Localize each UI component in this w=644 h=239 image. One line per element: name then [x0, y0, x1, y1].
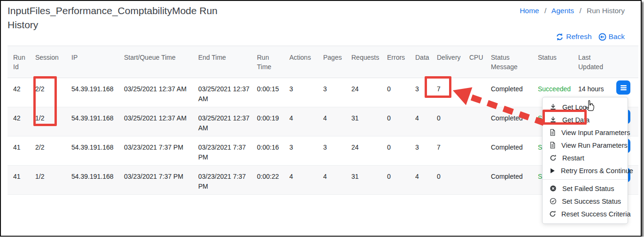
menu-item-get-data[interactable]: Get Data — [543, 113, 628, 126]
row-actions-menu-button[interactable] — [616, 80, 630, 95]
cell-cpu — [464, 107, 485, 136]
cell-actions: 4 — [284, 107, 318, 136]
col-end-time: End Time — [193, 46, 251, 78]
menu-item-retry-errors-continue[interactable]: Retry Errors & Continue — [543, 164, 628, 177]
refresh-icon — [556, 33, 564, 41]
cell-delivery: 0 — [431, 107, 464, 136]
col-start-queue-time: Start/Queue Time — [118, 46, 193, 78]
col-requests: Requests — [346, 46, 381, 78]
cell-run-id: 41 — [8, 136, 30, 166]
cell-status-message: Completed — [485, 78, 532, 107]
cell-start: 03/23/2021 7:37 PM — [118, 166, 193, 195]
back-arrow-icon — [598, 33, 606, 41]
menu-item-set-success-status[interactable]: Set Success Status — [543, 195, 628, 207]
cell-end: 03/23/2021 7:37 PM — [193, 166, 251, 195]
circle-check-icon — [549, 198, 557, 205]
cell-errors: 0 — [381, 78, 410, 107]
back-label: Back — [609, 32, 625, 41]
reset-icon — [549, 210, 556, 217]
cell-start: 03/25/2021 12:37 AM — [118, 78, 193, 107]
cell-actions: 4 — [284, 166, 318, 195]
toolbar: Refresh Back — [556, 32, 625, 41]
cell-errors: 0 — [381, 166, 410, 195]
cell-delivery: 0 — [431, 166, 464, 195]
cell-status-message: Completed — [485, 107, 532, 136]
col-data: Data — [410, 46, 431, 78]
breadcrumb-agents[interactable]: Agents — [551, 7, 574, 15]
document-icon — [549, 142, 556, 149]
cell-run-time: 0:00:22 — [251, 166, 284, 195]
app-window: InputFiles_Performance_ComptabilityMode … — [0, 0, 642, 237]
menu-item-label: Set Success Status — [562, 198, 621, 205]
col-run-id: Run Id — [8, 46, 30, 78]
col-ip: IP — [66, 46, 118, 78]
menu-item-label: Restart — [562, 154, 584, 162]
cell-run-id: 42 — [8, 107, 30, 136]
menu-item-label: Reset Success Criteria — [561, 210, 630, 218]
cell-pages: 4 — [318, 166, 346, 195]
col-session: Session — [30, 46, 66, 78]
breadcrumb-separator: / — [544, 7, 546, 15]
cell-data: 4 — [410, 107, 431, 136]
breadcrumb-home[interactable]: Home — [520, 7, 539, 15]
cell-status-message: Completed — [485, 166, 532, 195]
cell-run-time: 0:00:16 — [251, 136, 284, 166]
menu-item-label: Retry Errors & Continue — [561, 167, 633, 175]
cell-session: 1/2 — [30, 166, 66, 195]
cell-start: 03/23/2021 7:37 PM — [118, 136, 193, 166]
cell-cpu — [464, 166, 485, 195]
cell-ip: 54.39.191.168 — [66, 166, 118, 195]
col-errors: Errors — [381, 46, 410, 78]
menu-item-set-failed-status[interactable]: Set Failed Status — [543, 182, 628, 195]
cell-cpu — [464, 78, 485, 107]
row-actions-dropdown-menu: Get Log Get Data View Input Parameters V… — [542, 97, 628, 224]
cell-errors: 0 — [381, 107, 410, 136]
cell-pages: 4 — [318, 107, 346, 136]
cell-requests: 24 — [346, 136, 381, 166]
col-status-message: Status Message — [485, 46, 532, 78]
cell-delivery: 7 — [431, 136, 464, 166]
cell-ip: 54.39.191.168 — [66, 136, 118, 166]
cell-data: 4 — [410, 166, 431, 195]
cell-data: 3 — [410, 78, 431, 107]
cell-run-time: 0:00:15 — [251, 78, 284, 107]
circle-x-icon — [549, 185, 557, 192]
cell-run-id: 42 — [8, 78, 30, 107]
menu-item-get-log[interactable]: Get Log — [543, 101, 628, 113]
cell-start: 03/25/2021 12:37 AM — [118, 107, 193, 136]
cell-end: 03/23/2021 7:37 PM — [193, 136, 251, 166]
download-icon — [549, 104, 557, 111]
menu-divider — [543, 179, 628, 180]
cell-status-message: Completed — [485, 136, 532, 166]
menu-item-restart[interactable]: Restart — [543, 151, 628, 164]
menu-item-view-run-parameters[interactable]: View Run Parameters — [543, 139, 628, 151]
cell-ip: 54.39.191.168 — [66, 107, 118, 136]
menu-item-view-input-parameters[interactable]: View Input Parameters — [543, 126, 628, 139]
cell-session: 2/2 — [30, 136, 66, 166]
breadcrumb-separator: / — [579, 7, 581, 15]
breadcrumb: Home / Agents / Run History — [520, 7, 625, 15]
page-title: InputFiles_Performance_ComptabilityMode … — [8, 4, 247, 32]
cell-run-time: 0:00:19 — [251, 107, 284, 136]
menu-item-label: Set Failed Status — [562, 185, 614, 192]
cell-pages: 3 — [318, 78, 346, 107]
cell-errors: 0 — [381, 136, 410, 166]
document-icon — [549, 129, 556, 136]
col-run-time: Run Time — [251, 46, 284, 78]
cell-end: 03/25/2021 12:37 AM — [193, 78, 251, 107]
cell-requests: 24 — [346, 78, 381, 107]
cell-ip: 54.39.191.168 — [66, 78, 118, 107]
restart-icon — [549, 154, 557, 161]
col-cpu: CPU — [464, 46, 485, 78]
cell-requests: 31 — [346, 166, 381, 195]
menu-item-reset-success-criteria[interactable]: Reset Success Criteria — [543, 207, 628, 220]
cell-actions: 3 — [284, 78, 318, 107]
cell-data: 3 — [410, 136, 431, 166]
cell-cpu — [464, 136, 485, 166]
cell-actions: 3 — [284, 136, 318, 166]
menu-item-label: Get Data — [562, 116, 590, 124]
refresh-button[interactable]: Refresh — [556, 32, 591, 41]
breadcrumb-current: Run History — [587, 7, 625, 15]
col-delivery: Delivery — [431, 46, 464, 78]
back-button[interactable]: Back — [598, 32, 625, 41]
